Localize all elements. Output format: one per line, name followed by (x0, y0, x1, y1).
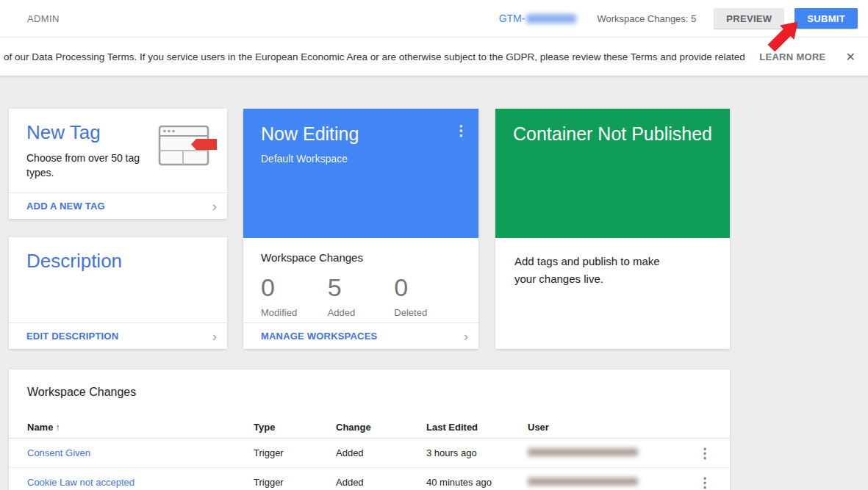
column-header-change[interactable]: Change (336, 422, 426, 433)
edit-description-button[interactable]: EDIT DESCRIPTION › (9, 323, 227, 349)
workspace-changes-heading: Workspace Changes (261, 251, 461, 264)
tag-browser-icon (158, 125, 218, 170)
stat-modified-label: Modified (261, 307, 328, 318)
stat-deleted-label: Deleted (394, 307, 461, 318)
stat-added: 5 Added (328, 273, 395, 318)
sort-ascending-icon: ↑ (55, 422, 60, 433)
now-editing-title: Now Editing (261, 123, 461, 145)
container-id[interactable]: GTM- (499, 12, 577, 24)
close-icon[interactable]: ✕ (846, 50, 856, 64)
not-published-header: Container Not Published (495, 109, 730, 238)
gdpr-banner: of our Data Processing Terms. If you ser… (0, 37, 868, 76)
new-tag-description: Choose from over 50 tag types. (26, 151, 153, 181)
table-row: Consent Given Trigger Added 3 hours ago … (9, 439, 730, 468)
row-type: Trigger (254, 477, 336, 488)
row-overflow-menu-icon[interactable]: ⋮ (698, 446, 711, 461)
learn-more-link[interactable]: LEARN MORE (759, 51, 825, 62)
table-title: Workspace Changes (9, 370, 730, 417)
description-card: Description EDIT DESCRIPTION › (9, 237, 227, 349)
row-change: Added (336, 447, 426, 458)
container-not-published-card: Container Not Published Add tags and pub… (495, 109, 730, 349)
table-row: Cookie Law not accepted Trigger Added 40… (9, 468, 730, 490)
row-name-link[interactable]: Cookie Law not accepted (27, 477, 134, 488)
column-header-name[interactable]: Name↑ (27, 422, 254, 433)
manage-workspaces-label: MANAGE WORKSPACES (261, 331, 464, 342)
add-new-tag-button[interactable]: ADD A NEW TAG › (9, 192, 227, 219)
stat-modified-value: 0 (261, 273, 328, 302)
table-header-row: Name↑ Type Change Last Edited User (9, 417, 730, 439)
edit-description-label: EDIT DESCRIPTION (26, 331, 212, 342)
row-last-edited: 40 minutes ago (426, 477, 528, 488)
manage-workspaces-button[interactable]: MANAGE WORKSPACES › (243, 323, 478, 349)
column-header-last-edited[interactable]: Last Edited (426, 422, 528, 433)
new-tag-card: New Tag Choose from over 50 tag types. A… (9, 109, 227, 219)
workspace-changes-table-card: Workspace Changes Name↑ Type Change Last… (9, 370, 730, 490)
column-header-type[interactable]: Type (254, 422, 336, 433)
preview-button[interactable]: PREVIEW (714, 8, 784, 29)
stat-deleted: 0 Deleted (394, 273, 461, 318)
gdpr-banner-text: of our Data Processing Terms. If you ser… (4, 51, 745, 62)
submit-button[interactable]: SUBMIT (795, 8, 858, 29)
workspace-change-stats: 0 Modified 5 Added 0 Deleted (261, 273, 461, 318)
row-overflow-menu-icon[interactable]: ⋮ (698, 475, 711, 490)
tab-admin[interactable]: ADMIN (27, 13, 60, 24)
workspace-name: Default Workspace (261, 153, 461, 165)
workspace-changes-count: Workspace Changes: 5 (597, 13, 696, 24)
row-change: Added (336, 477, 426, 488)
redacted-user-email (528, 448, 638, 456)
now-editing-header: Now Editing Default Workspace ⋮ (243, 109, 478, 238)
overflow-menu-icon[interactable]: ⋮ (454, 122, 468, 139)
stat-deleted-value: 0 (394, 273, 461, 302)
chevron-right-icon: › (464, 329, 468, 343)
redacted-container-id (526, 14, 576, 24)
topbar-right-group: GTM- Workspace Changes: 5 PREVIEW SUBMIT (499, 8, 858, 29)
top-bar: ADMIN GTM- Workspace Changes: 5 PREVIEW … (0, 0, 868, 37)
not-published-title: Container Not Published (513, 123, 712, 145)
not-published-description: Add tags and publish to make your change… (495, 238, 695, 288)
row-last-edited: 3 hours ago (426, 447, 528, 458)
stat-modified: 0 Modified (261, 273, 328, 318)
container-id-prefix: GTM- (499, 12, 526, 24)
now-editing-card: Now Editing Default Workspace ⋮ Workspac… (243, 109, 478, 349)
chevron-right-icon: › (212, 199, 217, 213)
redacted-user-email (528, 478, 638, 486)
stat-added-label: Added (328, 307, 395, 318)
main-content: New Tag Choose from over 50 tag types. A… (0, 76, 868, 490)
description-title: Description (26, 250, 209, 273)
column-header-user[interactable]: User (528, 422, 689, 433)
add-new-tag-label: ADD A NEW TAG (26, 201, 212, 212)
row-type: Trigger (254, 447, 336, 458)
chevron-right-icon: › (212, 329, 217, 343)
row-name-link[interactable]: Consent Given (27, 447, 90, 458)
stat-added-value: 5 (328, 273, 395, 302)
